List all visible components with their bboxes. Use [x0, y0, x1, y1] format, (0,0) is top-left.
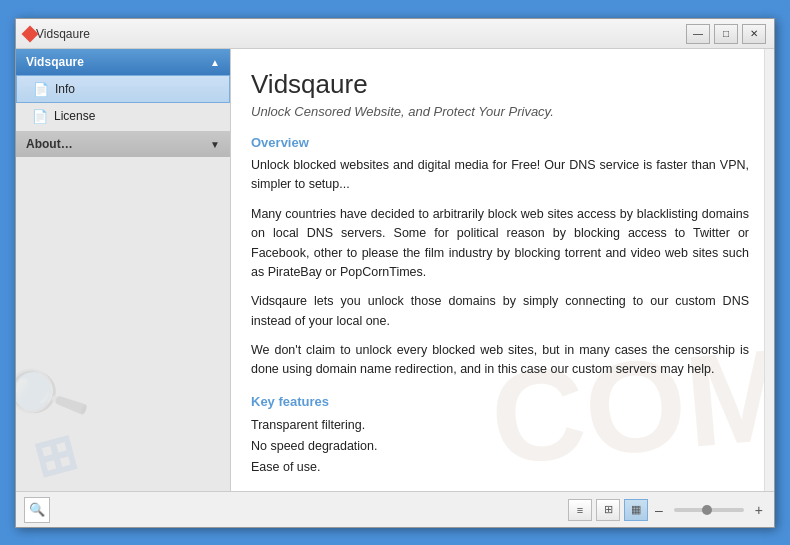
sidebar-section-label: Vidsqaure	[26, 55, 84, 69]
detail-view-icon: ▦	[631, 503, 641, 516]
content-scroll[interactable]: COM Vidsqaure Unlock Censored Website, a…	[231, 49, 774, 491]
content-area: COM Vidsqaure Unlock Censored Website, a…	[231, 49, 774, 491]
feature-1: Transparent filtering.	[251, 415, 749, 436]
view-grid-button[interactable]: ⊞	[596, 499, 620, 521]
overview-para-4: We don't claim to unlock every blocked w…	[251, 341, 749, 380]
app-window: Vidsqaure — □ ✕ Vidsqaure ▲ 📄	[15, 18, 775, 528]
main-area: Vidsqaure ▲ 📄 Info 📄 License	[16, 49, 774, 491]
sidebar-section-about: About… ▼	[16, 131, 230, 157]
overview-para-3: Vidsqaure lets you unlock those domains …	[251, 292, 749, 331]
maximize-button[interactable]: □	[714, 24, 738, 44]
feature-2: No speed degradation.	[251, 436, 749, 457]
close-button[interactable]: ✕	[742, 24, 766, 44]
search-icon: 🔍	[29, 502, 45, 517]
toolbar-left: 🔍	[24, 497, 50, 523]
sidebar-watermark-area: 🔍 ⊞	[16, 159, 230, 491]
license-doc-icon: 📄	[32, 108, 48, 124]
overview-para-1: Unlock blocked websites and digital medi…	[251, 156, 749, 195]
overview-para-2: Many countries have decided to arbitrari…	[251, 205, 749, 283]
zoom-handle[interactable]	[702, 505, 712, 515]
feature-3: Ease of use.	[251, 457, 749, 478]
info-doc-icon: 📄	[33, 81, 49, 97]
toolbar-right: ≡ ⊞ ▦ – +	[568, 499, 766, 521]
overview-heading: Overview	[251, 135, 749, 150]
sidebar-header-about[interactable]: About… ▼	[16, 131, 230, 157]
content-scrollbar[interactable]	[764, 49, 774, 491]
sidebar-item-info-label: Info	[55, 82, 75, 96]
zoom-plus-button[interactable]: +	[752, 502, 766, 518]
search-button[interactable]: 🔍	[24, 497, 50, 523]
zoom-slider[interactable]	[674, 508, 744, 512]
window-title: Vidsqaure	[36, 27, 686, 41]
sidebar: Vidsqaure ▲ 📄 Info 📄 License	[16, 49, 231, 491]
view-detail-button[interactable]: ▦	[624, 499, 648, 521]
sidebar-about-label: About…	[26, 137, 73, 151]
zoom-minus-button[interactable]: –	[652, 502, 666, 518]
sidebar-item-license[interactable]: 📄 License	[16, 103, 230, 129]
window-controls: — □ ✕	[686, 24, 766, 44]
sidebar-item-info[interactable]: 📄 Info	[16, 75, 230, 103]
view-list-button[interactable]: ≡	[568, 499, 592, 521]
list-view-icon: ≡	[577, 504, 583, 516]
minimize-button[interactable]: —	[686, 24, 710, 44]
chevron-down-icon: ▼	[210, 139, 220, 150]
content-title: Vidsqaure	[251, 69, 749, 100]
sidebar-section-vidsqaure: Vidsqaure ▲ 📄 Info 📄 License	[16, 49, 230, 129]
chevron-up-icon: ▲	[210, 57, 220, 68]
sidebar-header-vidsqaure[interactable]: Vidsqaure ▲	[16, 49, 230, 75]
grid-view-icon: ⊞	[604, 503, 613, 516]
sidebar-item-license-label: License	[54, 109, 95, 123]
bottom-toolbar: 🔍 ≡ ⊞ ▦ – +	[16, 491, 774, 527]
content-subtitle: Unlock Censored Website, and Protect You…	[251, 104, 749, 119]
features-heading: Key features	[251, 394, 749, 409]
sidebar-watermark: 🔍 ⊞	[16, 340, 97, 487]
features-list: Transparent filtering. No speed degradat…	[251, 415, 749, 479]
content-body: Vidsqaure Unlock Censored Website, and P…	[251, 69, 749, 491]
titlebar: Vidsqaure — □ ✕	[16, 19, 774, 49]
